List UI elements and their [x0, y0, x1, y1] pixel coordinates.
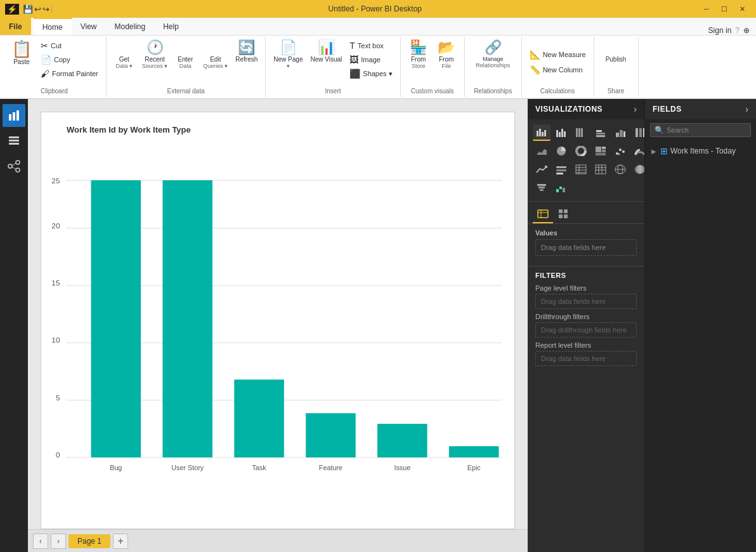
- edit-queries-button[interactable]: ✏ Edit Queries ▾: [200, 39, 230, 70]
- page-prev-button[interactable]: ‹: [33, 534, 48, 549]
- svg-point-65: [618, 154, 620, 155]
- maximize-button[interactable]: ☐: [715, 0, 733, 18]
- get-data-button[interactable]: 🗄 Get Data ▾: [112, 39, 137, 70]
- report-canvas[interactable]: Work Item Id by Work Item Type 0 5 10 15…: [41, 112, 515, 529]
- new-page-button[interactable]: 📄 New Page ▾: [271, 39, 305, 70]
- close-button[interactable]: ✕: [733, 0, 751, 18]
- viz-type-stacked-bar[interactable]: [533, 124, 551, 141]
- svg-rect-95: [559, 209, 563, 213]
- sign-in-link[interactable]: Sign in: [708, 26, 732, 35]
- new-column-button[interactable]: 📏 New Column: [527, 63, 585, 76]
- svg-rect-4: [9, 140, 19, 141]
- minimize-button[interactable]: ─: [698, 0, 715, 18]
- tab-view[interactable]: View: [72, 18, 106, 35]
- tab-file[interactable]: File: [0, 18, 31, 35]
- manage-relationships-button[interactable]: 🔗 Manage Relationships: [473, 39, 512, 70]
- svg-rect-49: [616, 133, 619, 137]
- paste-button[interactable]: 📋 Paste: [8, 39, 36, 67]
- cut-button[interactable]: ✂ Cut: [38, 39, 101, 52]
- viz-tab-fields[interactable]: [533, 206, 553, 223]
- fields-search-area: 🔍: [645, 119, 756, 141]
- page-tab-1[interactable]: Page 1: [68, 534, 110, 548]
- page-level-label: Page level filters: [535, 284, 637, 292]
- viz-type-treemap[interactable]: [592, 143, 609, 159]
- new-measure-button[interactable]: 📐 New Measure: [527, 48, 589, 61]
- viz-type-scatter[interactable]: [611, 143, 629, 159]
- search-input[interactable]: [667, 126, 746, 134]
- svg-rect-51: [623, 131, 625, 137]
- svg-rect-29: [306, 413, 356, 457]
- sidebar-icon-report[interactable]: [3, 104, 25, 127]
- svg-rect-2: [16, 110, 19, 121]
- viz-type-gauge[interactable]: [631, 143, 645, 159]
- window-controls: ─ ☐ ✕: [698, 0, 751, 18]
- viz-type-funnel[interactable]: [533, 180, 551, 196]
- report-level-drop[interactable]: Drag data fields here: [535, 351, 637, 366]
- refresh-button[interactable]: 🔄 Refresh: [233, 39, 260, 64]
- custom-visuals-label: Custom visuals: [411, 85, 454, 95]
- viz-type-waterfall[interactable]: [552, 180, 570, 196]
- svg-rect-60: [602, 150, 606, 152]
- svg-rect-39: [556, 130, 558, 137]
- tab-home[interactable]: Home: [34, 18, 72, 35]
- image-button[interactable]: 🖼 Image: [347, 53, 394, 66]
- ribbon-group-share: ☁ Publish Share: [594, 37, 639, 97]
- enter-data-button[interactable]: ⊞ Enter Data: [173, 39, 198, 70]
- viz-type-area[interactable]: [533, 143, 551, 159]
- viz-type-stacked-bar-100[interactable]: [572, 124, 590, 141]
- values-label: Values: [535, 229, 637, 237]
- values-drop-zone[interactable]: Drag data fields here: [535, 239, 637, 256]
- viz-type-kpi[interactable]: [533, 161, 551, 178]
- fields-expand-icon[interactable]: ›: [745, 104, 748, 114]
- viz-type-matrix[interactable]: [592, 161, 609, 178]
- tab-help[interactable]: Help: [154, 18, 188, 35]
- svg-rect-43: [576, 128, 578, 137]
- tab-modeling[interactable]: Modeling: [105, 18, 154, 35]
- recent-sources-button[interactable]: 🕐 Recent Sources ▾: [140, 39, 171, 70]
- viz-type-table[interactable]: [572, 161, 590, 178]
- viz-type-donut[interactable]: [572, 143, 590, 159]
- svg-text:Issue: Issue: [394, 464, 410, 471]
- viz-expand-icon[interactable]: ›: [634, 104, 637, 114]
- sidebar-icon-model[interactable]: [3, 155, 25, 178]
- page-level-drop[interactable]: Drag data fields here: [535, 294, 637, 309]
- publish-button[interactable]: ☁ Publish: [603, 39, 629, 64]
- add-page-button[interactable]: +: [113, 534, 128, 549]
- viz-type-stacked-column[interactable]: [592, 124, 609, 141]
- svg-text:15: 15: [51, 279, 60, 287]
- ribbon: 📋 Paste ✂ Cut 📄 Copy 🖌 Format Painter Cl…: [0, 36, 756, 99]
- viz-type-stacked-column-100[interactable]: [631, 124, 645, 141]
- svg-text:Epic: Epic: [467, 464, 481, 471]
- copy-button[interactable]: 📄 Copy: [38, 53, 101, 66]
- drillthrough-drop[interactable]: Drag drillthrough fields here: [535, 322, 637, 338]
- page-next-button[interactable]: ›: [51, 534, 66, 549]
- viz-type-pie[interactable]: [552, 143, 570, 159]
- table-expand-icon: ▶: [651, 148, 656, 155]
- redo-icon[interactable]: ↪: [42, 4, 49, 14]
- viz-tab-format[interactable]: [553, 206, 573, 223]
- save-icon[interactable]: 💾: [23, 4, 33, 14]
- viz-type-filled-map[interactable]: [631, 161, 645, 178]
- svg-rect-88: [540, 189, 544, 191]
- new-visual-button[interactable]: 📊 New Visual: [308, 39, 344, 64]
- sidebar-icon-data[interactable]: [3, 129, 25, 152]
- format-painter-button[interactable]: 🖌 Format Painter: [38, 67, 101, 80]
- help-icon[interactable]: ⊕: [743, 26, 750, 35]
- ribbon-tabs: File Home View Modeling Help Sign in ? ⊕: [0, 18, 756, 36]
- from-store-button[interactable]: 🏪 From Store: [406, 39, 431, 70]
- svg-rect-38: [544, 130, 546, 136]
- svg-text:5: 5: [56, 393, 60, 402]
- field-table-work-items[interactable]: ▶ ⊞ Work Items - Today: [650, 143, 751, 159]
- viz-type-clustered-column[interactable]: [611, 124, 629, 141]
- text-box-button[interactable]: T Text box: [347, 39, 394, 52]
- svg-point-62: [616, 152, 618, 155]
- viz-type-slicer[interactable]: [552, 161, 570, 178]
- from-file-button[interactable]: 📂 From File: [434, 39, 459, 70]
- undo-icon[interactable]: ↩: [34, 4, 41, 14]
- shapes-button[interactable]: ⬛ Shapes ▾: [347, 67, 394, 80]
- insert-label: Insert: [325, 85, 341, 95]
- drillthrough-filters-section: Drillthrough filters Drag drillthrough f…: [535, 313, 637, 338]
- report-level-label: Report level filters: [535, 341, 637, 349]
- viz-type-clustered-bar[interactable]: [552, 124, 570, 141]
- viz-type-map[interactable]: [611, 161, 629, 178]
